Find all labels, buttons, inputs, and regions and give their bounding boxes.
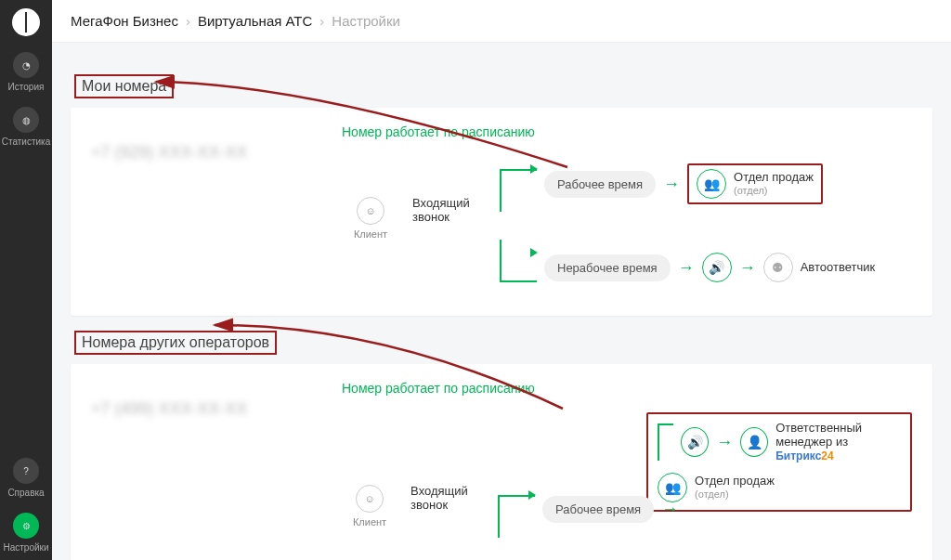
clock-icon: ◔ [13,52,39,78]
arrow-right-icon: → [661,500,678,519]
sidebar-item-help[interactable]: ? Справка [0,450,52,505]
number-card: +7 (499) ХХХ-ХХ-ХХ Номер работает по рас… [71,364,932,560]
gear-icon: ⚙ [13,513,39,539]
sidebar-item-label: Справка [7,488,44,498]
sidebar: ◔ История ◍ Статистика ? Справка ⚙ Настр… [0,0,52,560]
globe-icon: ◍ [13,107,39,133]
breadcrumb-item[interactable]: МегаФон Бизнес [71,13,178,29]
client-node: ☺ Клиент [342,485,397,527]
arrow-right-icon: → [739,258,756,278]
sidebar-item-label: Статистика [2,137,51,147]
sidebar-item-history[interactable]: ◔ История [0,45,52,99]
nonwork-hours-pill[interactable]: Нерабочее время [544,254,671,281]
arrow-right-icon: → [716,433,733,452]
person-icon[interactable]: 👤 [740,427,768,457]
number-card: +7 (929) ХХХ-ХХ-ХХ Номер работает по рас… [71,108,932,316]
voicemail-icon[interactable]: ⚉ [763,253,793,282]
bitrix-logo: Битрикс24 [775,449,833,462]
autoresponder-label: Автоответчик [801,261,875,275]
logo [0,0,52,45]
phone-number[interactable]: +7 (499) ХХХ-ХХ-ХХ [91,399,342,419]
client-label: Клиент [353,516,386,527]
headset-icon: ☺ [356,485,384,513]
schedule-status: Номер работает по расписанию [342,381,912,396]
sidebar-item-label: Настройки [3,542,48,553]
client-node: ☺ Клиент [342,197,399,240]
breadcrumb-current: Настройки [332,13,400,29]
breadcrumb: МегаФон Бизнес › Виртуальная АТС › Настр… [52,0,951,43]
arrow-right-icon: → [663,175,680,194]
arrow-right-icon: → [678,258,695,278]
work-hours-path: Рабочее время → 👥 Отдел продаж (отдел) [500,156,875,212]
schedule-status: Номер работает по расписанию [342,124,912,139]
sidebar-item-label: История [8,82,45,92]
department-highlight: 👥 Отдел продаж (отдел) [687,163,823,204]
people-icon: 👥 [697,169,726,199]
client-label: Клиент [354,228,387,240]
main: МегаФон Бизнес › Виртуальная АТС › Настр… [52,0,951,560]
nonwork-hours-path: Нерабочее время → 🔊 → ⚉ Автоответчик [500,240,875,295]
chevron-right-icon: › [186,13,190,29]
help-icon: ? [13,458,39,484]
chevron-right-icon: › [319,13,324,29]
incoming-call-label: Входящий звонок [412,197,487,225]
work-hours-path: Рабочее время → [498,482,912,538]
incoming-call-label: Входящий звонок [410,485,485,513]
work-hours-pill[interactable]: Рабочее время [542,496,654,523]
headset-icon: ☺ [357,197,384,225]
section-title-my-numbers: Мои номера [74,74,174,98]
speaker-icon[interactable]: 🔊 [681,427,709,457]
content: Мои номера +7 (929) ХХХ-ХХ-ХХ Номер рабо… [52,43,951,560]
responsible-manager-label: Ответственный менеджер из Битрикс24 [775,422,901,463]
breadcrumb-item[interactable]: Виртуальная АТС [198,13,312,29]
section-title-other-operators: Номера других операторов [74,331,277,355]
speaker-icon[interactable]: 🔊 [702,253,732,282]
phone-number[interactable]: +7 (929) ХХХ-ХХ-ХХ [91,143,342,163]
department-label[interactable]: Отдел продаж (отдел) [734,171,814,197]
sidebar-item-stats[interactable]: ◍ Статистика [0,99,52,154]
work-hours-pill[interactable]: Рабочее время [544,171,656,198]
sidebar-item-settings[interactable]: ⚙ Настройки [0,505,52,560]
